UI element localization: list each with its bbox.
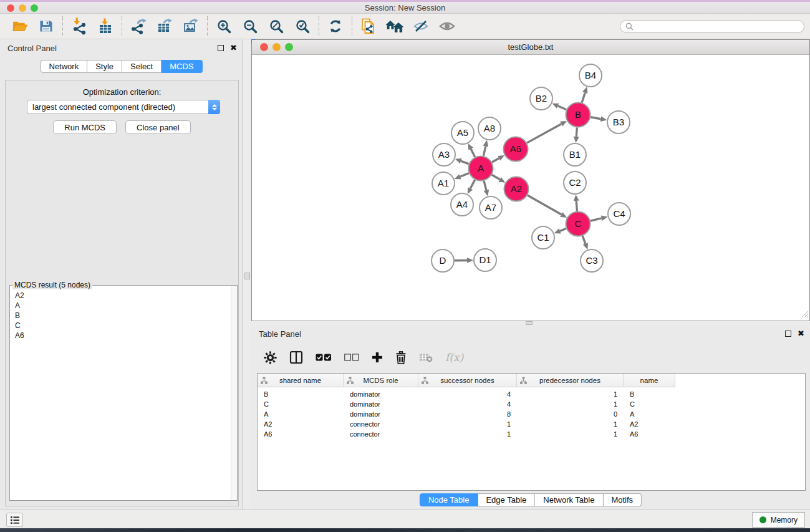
- zoom-selected-button[interactable]: [293, 16, 312, 37]
- save-session-button[interactable]: [37, 16, 55, 37]
- result-scrollbar[interactable]: [231, 286, 237, 500]
- graph-edge-B-B1[interactable]: [576, 127, 577, 137]
- network-window-titlebar[interactable]: testGlobe.txt: [252, 40, 809, 55]
- import-network-button[interactable]: [70, 16, 89, 37]
- tab-select[interactable]: Select: [122, 60, 162, 73]
- column-header-successor-nodes[interactable]: successor nodes: [418, 374, 517, 387]
- close-panel-icon[interactable]: ✖: [230, 44, 237, 51]
- graph-edge-A2-C[interactable]: [528, 195, 562, 215]
- graph-edge-C-C1[interactable]: [560, 228, 566, 231]
- task-history-button[interactable]: [6, 513, 23, 527]
- table-row[interactable]: Cdominator41C: [258, 399, 805, 409]
- resize-grip-icon[interactable]: [800, 309, 809, 320]
- graph-edge-A-A3[interactable]: [461, 161, 469, 164]
- network-file-icon: [360, 17, 377, 35]
- graph-edge-A-A1[interactable]: [460, 173, 469, 177]
- titlebar-top-strip: [0, 0, 810, 2]
- unselect-all-columns-button[interactable]: [344, 354, 359, 361]
- run-mcds-button[interactable]: Run MCDS: [53, 120, 117, 134]
- show-graphics-details-button[interactable]: [438, 16, 456, 37]
- network-graph: AA1A2A3A4A5A6A7A8BB1B2B3B4CC1C2C3C4DD1: [252, 55, 809, 321]
- table-cell: B: [624, 390, 675, 398]
- graph-edge-A-A7[interactable]: [484, 181, 486, 190]
- table-options-button[interactable]: [264, 351, 277, 364]
- result-list-item[interactable]: A6: [15, 331, 230, 341]
- save-floppy-icon: [39, 19, 54, 34]
- open-network-file-button[interactable]: [359, 16, 378, 37]
- graph-node-label: B4: [585, 70, 596, 80]
- graph-edge-B-B4[interactable]: [582, 93, 585, 103]
- graph-edge-A-A2[interactable]: [492, 175, 500, 179]
- mcds-result-list[interactable]: A2ABCA6: [11, 286, 230, 500]
- tab-style[interactable]: Style: [87, 60, 122, 73]
- criterion-dropdown[interactable]: largest connected component (directed): [27, 100, 220, 114]
- graph-node-label: C: [575, 218, 582, 229]
- memory-status-icon: [759, 516, 766, 523]
- table-tab-network-table[interactable]: Network Table: [535, 493, 603, 506]
- table-cell: 1: [517, 420, 624, 428]
- search-field[interactable]: [620, 20, 804, 33]
- checked-boxes-icon: [316, 353, 332, 362]
- graph-edge-B-B2[interactable]: [558, 106, 567, 110]
- close-table-panel-icon[interactable]: ✖: [798, 330, 804, 337]
- result-list-item[interactable]: A2: [15, 291, 230, 301]
- graph-edge-A-A5[interactable]: [471, 149, 475, 157]
- zoom-out-button[interactable]: [241, 16, 259, 37]
- refresh-network-button[interactable]: [326, 16, 345, 37]
- zoom-in-button[interactable]: [215, 16, 233, 37]
- table-row[interactable]: A2connector11A2: [258, 419, 805, 429]
- graph-edge-A-A4[interactable]: [470, 180, 475, 188]
- graph-node-label: B1: [569, 149, 581, 160]
- export-table-button[interactable]: [155, 16, 174, 37]
- column-header-predecessor-nodes[interactable]: predecessor nodes: [517, 374, 624, 387]
- table-tab-node-table[interactable]: Node Table: [420, 493, 478, 506]
- graph-edge-B-B3[interactable]: [591, 117, 600, 119]
- close-panel-button[interactable]: Close panel: [125, 120, 191, 134]
- graph-edge-C-C3[interactable]: [582, 236, 586, 244]
- graph-edge-A-A8[interactable]: [483, 146, 485, 156]
- network-canvas[interactable]: AA1A2A3A4A5A6A7A8BB1B2B3B4CC1C2C3C4DD1: [252, 55, 809, 321]
- result-list-item[interactable]: B: [15, 311, 230, 321]
- column-header-shared-name[interactable]: shared name: [258, 374, 344, 387]
- first-neighbors-button[interactable]: [385, 16, 404, 37]
- export-network-button[interactable]: [129, 16, 148, 37]
- show-column-panel-button[interactable]: [289, 351, 303, 364]
- table-tab-edge-table[interactable]: Edge Table: [478, 493, 535, 506]
- table-cell: 1: [418, 430, 517, 438]
- delete-columns-button[interactable]: [395, 351, 407, 364]
- zoom-fit-button[interactable]: [267, 16, 286, 37]
- table-toolbar: f(x): [259, 344, 468, 370]
- hide-graphics-details-button[interactable]: [412, 16, 430, 37]
- result-list-item[interactable]: A: [15, 301, 230, 311]
- graph-edge-arrowhead: [455, 174, 461, 179]
- float-table-panel-icon[interactable]: [785, 331, 791, 337]
- graph-edge-C-C2[interactable]: [576, 201, 577, 211]
- import-table-button[interactable]: [96, 16, 115, 37]
- tab-network[interactable]: Network: [40, 60, 87, 73]
- export-image-button[interactable]: [181, 16, 200, 37]
- graph-edge-arrowhead: [483, 140, 489, 147]
- function-builder-button[interactable]: f(x): [445, 351, 463, 364]
- panel-divider-handle[interactable]: [244, 273, 250, 279]
- column-header-name[interactable]: name: [624, 374, 675, 387]
- memory-button[interactable]: Memory: [752, 512, 805, 528]
- graph-node-label: B2: [536, 93, 547, 104]
- graph-edge-C-C4[interactable]: [591, 218, 602, 221]
- float-panel-icon[interactable]: [218, 45, 224, 51]
- column-header-MCDS-role[interactable]: MCDS role: [344, 374, 418, 387]
- table-tab-motifs[interactable]: Motifs: [603, 493, 642, 506]
- delete-table-button[interactable]: [419, 352, 433, 362]
- tab-mcds[interactable]: MCDS: [162, 60, 202, 73]
- table-row[interactable]: A6connector11A6: [258, 429, 805, 439]
- select-all-columns-button[interactable]: [316, 353, 332, 362]
- create-column-button[interactable]: [372, 352, 383, 363]
- table-row[interactable]: Bdominator41B: [258, 389, 805, 399]
- graph-edge-A6-B[interactable]: [527, 124, 561, 143]
- table-cell: 1: [517, 400, 624, 408]
- open-file-button[interactable]: [11, 16, 29, 37]
- graph-edge-A-A6[interactable]: [492, 158, 499, 162]
- table-row[interactable]: Adominator80A: [258, 409, 805, 419]
- table-cell: 1: [418, 420, 517, 428]
- result-list-item[interactable]: C: [15, 321, 230, 331]
- search-input[interactable]: [637, 22, 799, 31]
